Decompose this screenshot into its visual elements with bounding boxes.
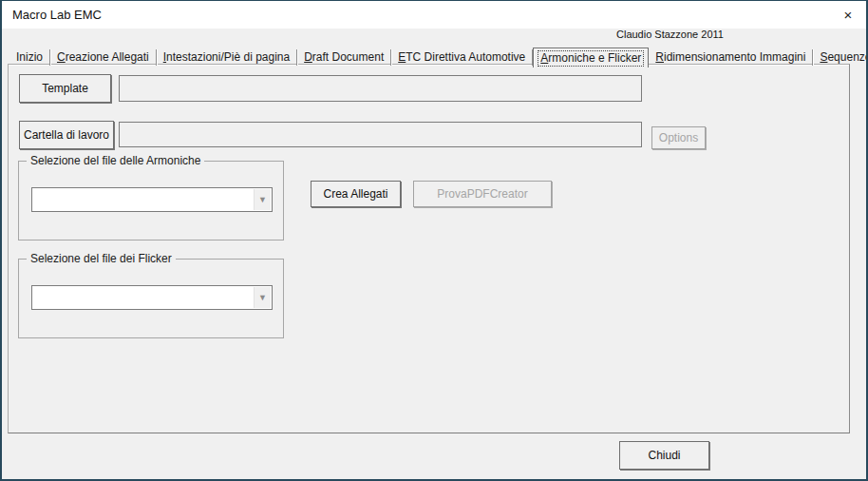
workfolder-path-field[interactable] [119, 122, 642, 147]
flicker-file-combobox[interactable]: ▼ [31, 285, 273, 310]
tab-creazione-allegati[interactable]: Creazione Allegati [50, 49, 157, 66]
chevron-down-icon: ▼ [258, 294, 267, 302]
tab-ridimensionamento-immagini[interactable]: Ridimensionamento Immagini [649, 49, 813, 66]
dropdown-button[interactable]: ▼ [254, 287, 271, 308]
dropdown-button[interactable]: ▼ [254, 189, 271, 210]
tab-strip: Inizio Creazione Allegati Intestazioni/P… [9, 48, 868, 66]
prova-pdfcreator-button[interactable]: ProvaPDFCreator [413, 181, 552, 207]
window-title: Macro Lab EMC [12, 8, 102, 22]
tab-inizio[interactable]: Inizio [9, 49, 50, 66]
dialog-window: Macro Lab EMC × Claudio Stazzone 2011 In… [0, 0, 868, 481]
crea-allegati-button[interactable]: Crea Allegati [311, 181, 401, 207]
harmonics-groupbox-title: Selezione del file delle Armoniche [27, 154, 204, 168]
credit-label: Claudio Stazzone 2011 [616, 29, 724, 40]
flicker-file-groupbox: Selezione del file dei Flicker ▼ [18, 259, 284, 338]
harmonics-file-combobox[interactable]: ▼ [31, 187, 273, 212]
chevron-down-icon: ▼ [258, 196, 267, 204]
tab-sequenze[interactable]: Sequenze [813, 49, 868, 66]
template-button[interactable]: Template [19, 74, 111, 103]
tab-draft-document[interactable]: Draft Document [297, 49, 391, 66]
tab-etc-direttiva-automotive[interactable]: ETC Direttiva Automotive [391, 49, 533, 66]
tab-page-frame [8, 64, 850, 433]
flicker-groupbox-title: Selezione del file dei Flicker [27, 252, 176, 266]
options-button[interactable]: Options [651, 126, 706, 149]
tab-intestazioni-pie-di-pagina[interactable]: Intestazioni/Piè di pagina [157, 49, 297, 66]
chiudi-button[interactable]: Chiudi [619, 441, 709, 470]
cartella-di-lavoro-button[interactable]: Cartella di lavoro [19, 121, 114, 149]
close-icon: × [844, 7, 853, 23]
tab-armoniche-e-flicker[interactable]: Armoniche e Flicker [533, 48, 649, 67]
template-path-field[interactable] [119, 75, 642, 102]
harmonics-file-groupbox: Selezione del file delle Armoniche ▼ [18, 161, 284, 240]
close-button[interactable]: × [837, 4, 859, 27]
titlebar: Macro Lab EMC × [2, 1, 866, 29]
